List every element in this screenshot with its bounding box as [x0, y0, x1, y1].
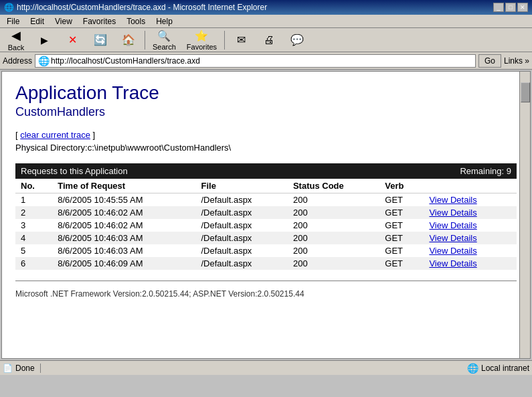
physical-directory: Physical Directory:c:\inetpub\wwwroot\Cu… — [15, 143, 517, 153]
toolbar-separator-2 — [224, 31, 225, 50]
print-button[interactable]: 🖨 — [256, 32, 282, 48]
mail-button[interactable]: ✉ — [228, 31, 254, 48]
favorites-star-icon: ⭐ — [195, 29, 208, 42]
clear-trace-link[interactable]: clear current trace — [20, 130, 90, 140]
menu-tools[interactable]: Tools — [122, 16, 149, 27]
scrollbar-thumb[interactable] — [521, 82, 530, 102]
maximize-button[interactable]: □ — [505, 3, 516, 12]
row-time: 8/6/2005 10:46:02 AM — [52, 219, 195, 232]
home-button[interactable]: 🏠 — [115, 31, 142, 48]
minimize-button[interactable]: _ — [493, 3, 504, 12]
title-bar-left: 🌐 http://localhost/CustomHandlers/trace.… — [4, 3, 267, 12]
row-time: 8/6/2005 10:46:03 AM — [52, 232, 195, 244]
mail-icon: ✉ — [237, 33, 246, 46]
remaining-count: Remaining: 9 — [424, 163, 517, 179]
status-bar: 📄 Done 🌐 Local intranet — [0, 360, 532, 375]
home-icon: 🏠 — [122, 33, 135, 46]
back-arrow-icon: ◀ — [11, 28, 21, 43]
row-file: /Default.aspx — [196, 193, 288, 207]
row-view-details[interactable]: View Details — [424, 244, 517, 257]
menu-edit[interactable]: Edit — [26, 16, 48, 27]
row-status: 200 — [288, 257, 379, 270]
table-row: 68/6/2005 10:46:09 AM/Default.aspx200GET… — [15, 257, 517, 270]
search-label: Search — [153, 43, 176, 51]
back-button[interactable]: ◀ Back — [3, 26, 29, 54]
title-bar-controls: _ □ ✕ — [493, 3, 528, 12]
stop-button[interactable]: ✕ — [59, 31, 86, 48]
scrollbar[interactable] — [519, 72, 530, 358]
stop-icon: ✕ — [68, 33, 77, 46]
status-zone: 🌐 Local intranet — [462, 363, 529, 374]
row-verb: GET — [379, 193, 424, 207]
status-zone-text: Local intranet — [481, 364, 529, 373]
row-view-details[interactable]: View Details — [424, 193, 517, 207]
links-button[interactable]: Links » — [504, 56, 529, 66]
go-button[interactable]: Go — [478, 54, 501, 68]
column-headers-row: No. Time of Request File Status Code Ver… — [15, 179, 517, 193]
col-header-time: Time of Request — [52, 179, 195, 193]
search-button[interactable]: 🔍 Search — [148, 27, 181, 53]
table-row: 48/6/2005 10:46:03 AM/Default.aspx200GET… — [15, 232, 517, 244]
row-view-details[interactable]: View Details — [424, 257, 517, 270]
row-no: 5 — [15, 244, 52, 257]
row-file: /Default.aspx — [196, 232, 288, 244]
table-row: 28/6/2005 10:46:02 AM/Default.aspx200GET… — [15, 206, 517, 219]
forward-button[interactable]: ▶ — [31, 33, 58, 48]
row-verb: GET — [379, 232, 424, 244]
menu-favorites[interactable]: Favorites — [79, 16, 120, 27]
col-header-no: No. — [15, 179, 52, 193]
view-details-link[interactable]: View Details — [429, 195, 476, 205]
view-details-link[interactable]: View Details — [429, 258, 476, 268]
refresh-button[interactable]: 🔄 — [87, 31, 114, 48]
row-time: 8/6/2005 10:45:55 AM — [52, 193, 195, 207]
row-no: 6 — [15, 257, 52, 270]
address-url: http://localhost/CustomHandlers/trace.ax… — [51, 56, 200, 66]
footer-divider — [15, 281, 517, 281]
view-details-link[interactable]: View Details — [429, 208, 476, 218]
back-label: Back — [8, 44, 24, 52]
row-status: 200 — [288, 219, 379, 232]
row-view-details[interactable]: View Details — [424, 219, 517, 232]
row-view-details[interactable]: View Details — [424, 206, 517, 219]
requests-table-header: Requests to this Application Remaining: … — [15, 163, 517, 179]
discuss-icon: 💬 — [290, 33, 304, 46]
status-done-text: Done — [15, 364, 35, 373]
close-button[interactable]: ✕ — [517, 3, 528, 12]
row-verb: GET — [379, 244, 424, 257]
requests-table: Requests to this Application Remaining: … — [15, 163, 517, 270]
browser-icon: 🌐 — [4, 3, 14, 12]
view-details-link[interactable]: View Details — [429, 220, 476, 230]
address-label: Address — [3, 56, 32, 66]
row-time: 8/6/2005 10:46:02 AM — [52, 206, 195, 219]
row-no: 2 — [15, 206, 52, 219]
zone-globe-icon: 🌐 — [467, 363, 478, 374]
row-verb: GET — [379, 219, 424, 232]
view-details-link[interactable]: View Details — [429, 233, 476, 243]
col-header-file: File — [196, 179, 288, 193]
page-title: Application Trace — [15, 82, 517, 104]
row-no: 4 — [15, 232, 52, 244]
forward-arrow-icon: ▶ — [41, 35, 48, 46]
favorites-label: Favorites — [187, 43, 217, 51]
row-view-details[interactable]: View Details — [424, 232, 517, 244]
row-no: 3 — [15, 219, 52, 232]
refresh-icon: 🔄 — [94, 33, 107, 46]
row-time: 8/6/2005 10:46:03 AM — [52, 244, 195, 257]
view-details-link[interactable]: View Details — [429, 246, 476, 256]
menu-view[interactable]: View — [51, 16, 76, 27]
requests-table-title: Requests to this Application — [15, 163, 424, 179]
address-globe-icon: 🌐 — [38, 56, 50, 66]
status-done: 📄 Done — [3, 364, 41, 373]
toolbar: ◀ Back ▶ ✕ 🔄 🏠 🔍 Search ⭐ Favorites ✉ 🖨 … — [0, 28, 532, 52]
print-icon: 🖨 — [264, 34, 274, 46]
favorites-button[interactable]: ⭐ Favorites — [182, 27, 221, 53]
table-row: 58/6/2005 10:46:03 AM/Default.aspx200GET… — [15, 244, 517, 257]
menu-file[interactable]: File — [3, 16, 23, 27]
title-bar: 🌐 http://localhost/CustomHandlers/trace.… — [0, 0, 532, 15]
row-status: 200 — [288, 206, 379, 219]
discuss-button[interactable]: 💬 — [284, 31, 311, 48]
row-file: /Default.aspx — [196, 257, 288, 270]
col-header-actions — [424, 179, 517, 193]
address-input[interactable]: 🌐 http://localhost/CustomHandlers/trace.… — [35, 54, 476, 68]
menu-help[interactable]: Help — [152, 16, 177, 27]
